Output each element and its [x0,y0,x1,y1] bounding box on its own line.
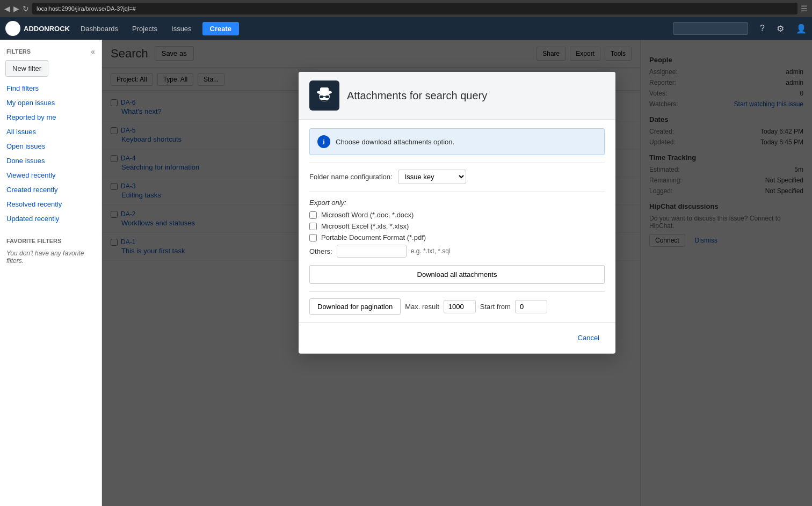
app-logo: ★ ADDONROCK [5,21,70,36]
help-icon[interactable]: ? [760,24,765,33]
download-pagination-button[interactable]: Download for pagination [309,298,401,315]
checkbox-excel[interactable] [309,223,317,230]
start-from-input[interactable] [515,300,547,313]
browser-bar: ◀ ▶ ↻ localhost:2990/jira/browse/DA-3?jq… [0,0,812,17]
new-filter-button[interactable]: New filter [5,60,48,77]
svg-rect-5 [325,96,329,98]
nav-projects[interactable]: Projects [129,25,161,33]
address-bar[interactable]: localhost:2990/jira/browse/DA-3?jql=# [32,3,798,14]
create-button[interactable]: Create [202,22,239,35]
info-message: Choose download attachments option. [336,138,454,146]
sidebar-item-reported[interactable]: Reported by me [0,110,102,124]
download-all-button[interactable]: Download all attachments [309,265,605,284]
folder-config-row: Folder name configuration: Issue key Iss… [309,170,605,184]
sidebar-item-done-issues[interactable]: Done issues [0,153,102,168]
modal-divider-2 [309,192,605,192]
fav-section-label: FAVORITE FILTERS [0,232,102,246]
sidebar-section-label: FILTERS [6,48,31,55]
info-icon: i [317,135,330,148]
browser-refresh-icon[interactable]: ↻ [23,4,29,13]
nav-issues[interactable]: Issues [168,25,195,33]
modal-header: Attachments for search query [299,72,615,120]
nav-dashboards[interactable]: Dashboards [77,25,121,33]
main-layout: FILTERS « New filter Find filters My ope… [0,40,812,506]
app-nav: ★ ADDONROCK Dashboards Projects Issues C… [0,17,812,40]
find-filters-link[interactable]: Find filters [0,81,102,96]
browser-forward-icon[interactable]: ▶ [13,4,19,13]
checkbox-excel-label: Microsoft Excel (*.xls, *.xlsx) [321,222,409,230]
cancel-button[interactable]: Cancel [572,331,605,345]
fav-empty-text: You don't have any favorite filters. [0,246,102,268]
sidebar-item-resolved[interactable]: Resolved recently [0,197,102,211]
sidebar-item-viewed[interactable]: Viewed recently [0,168,102,182]
settings-icon[interactable]: ⚙ [777,24,784,34]
modal-body: i Choose download attachments option. Fo… [299,120,615,315]
sidebar-header: FILTERS « [0,45,102,60]
sidebar-item-updated[interactable]: Updated recently [0,211,102,226]
sidebar-item-my-issues[interactable]: My open issues [0,96,102,110]
others-label: Others: [309,247,332,255]
user-avatar[interactable]: 👤 [796,24,807,34]
export-only-label: Export only: [309,199,605,207]
browser-menu-icon[interactable]: ☰ [801,4,808,13]
sidebar-collapse-icon[interactable]: « [91,47,95,56]
max-result-input[interactable] [444,300,476,313]
modal-divider-3 [309,291,605,292]
checkbox-word-row: Microsoft Word (*.doc, *.docx) [309,211,605,219]
checkbox-word[interactable] [309,211,317,219]
modal-overlay: Attachments for search query i Choose do… [102,40,812,506]
attachments-modal: Attachments for search query i Choose do… [299,72,615,354]
modal-footer: Cancel [299,322,615,354]
sidebar-item-open-issues[interactable]: Open issues [0,139,102,153]
folder-config-label: Folder name configuration: [309,173,393,181]
pagination-row: Download for pagination Max. result Star… [309,298,605,315]
max-result-label: Max. result [405,303,439,311]
folder-config-select[interactable]: Issue key Issue summary Project key [398,170,466,184]
modal-divider-1 [309,163,605,163]
checkbox-excel-row: Microsoft Excel (*.xls, *.xlsx) [309,222,605,230]
sidebar-item-all-issues[interactable]: All issues [0,124,102,139]
sidebar: FILTERS « New filter Find filters My ope… [0,40,102,506]
modal-logo-icon [309,80,339,111]
modal-title: Attachments for search query [347,90,487,102]
checkbox-pdf-label: Portable Document Format (*.pdf) [321,233,426,241]
others-input[interactable] [337,245,407,258]
favorite-filters-section: FAVORITE FILTERS You don't have any favo… [0,232,102,268]
content-area: Search Save as Share Export Tools Projec… [102,40,812,506]
logo-text: ADDONROCK [24,25,70,33]
checkbox-pdf-row: Portable Document Format (*.pdf) [309,233,605,241]
checkbox-word-label: Microsoft Word (*.doc, *.docx) [321,211,414,219]
nav-search-input[interactable] [673,22,748,35]
svg-rect-4 [320,96,323,98]
browser-back-icon[interactable]: ◀ [4,4,10,13]
checkbox-pdf[interactable] [309,234,317,241]
others-hint: e.g. *.txt, *.sql [411,247,451,255]
start-from-label: Start from [480,303,511,311]
logo-icon: ★ [5,21,20,36]
modal-info-box: i Choose download attachments option. [309,128,605,155]
others-row: Others: e.g. *.txt, *.sql [309,245,605,258]
sidebar-item-created[interactable]: Created recently [0,182,102,197]
